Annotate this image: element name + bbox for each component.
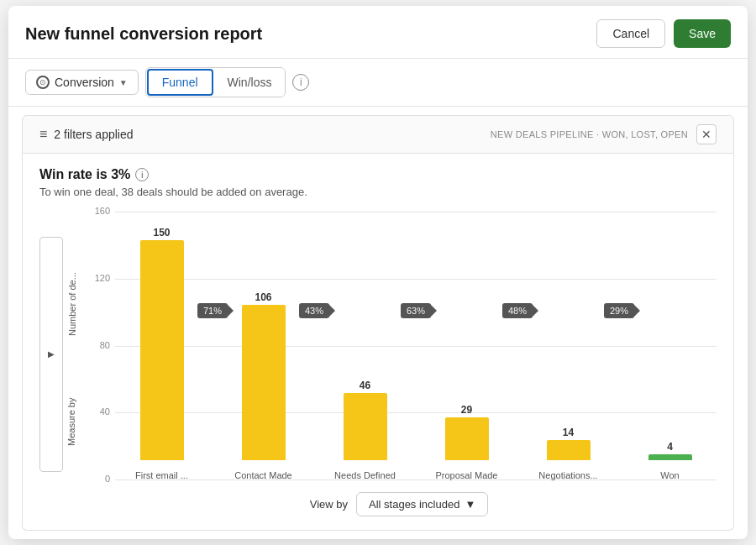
bar-wrapper-5: 14 — [530, 212, 606, 460]
conversion-badge-71: 71% — [197, 303, 228, 318]
x-label-2: Contact Made — [225, 470, 302, 480]
modal-title: New funnel conversion report — [25, 24, 262, 44]
win-rate-info-icon[interactable]: i — [135, 168, 149, 181]
view-by-chevron-icon: ▼ — [465, 498, 475, 511]
conversion-dropdown[interactable]: ⊙ Conversion ▼ — [25, 70, 139, 95]
view-by-dropdown[interactable]: All stages included ▼ — [356, 492, 488, 516]
bar-2 — [242, 305, 286, 461]
conversion-label: Conversion — [55, 76, 114, 89]
bar-wrapper-2: 106 — [225, 212, 302, 460]
bar-group-negotiations: 14 — [530, 212, 606, 460]
save-button[interactable]: Save — [674, 19, 731, 48]
measure-by-label: Measure by — [66, 388, 76, 455]
bar-group-needs-defined: 46 — [327, 212, 403, 460]
conversion-icon: ⊙ — [36, 76, 50, 89]
bar-wrapper-4: 29 — [428, 212, 505, 460]
view-by-label: View by — [310, 498, 348, 511]
bar-group-contact-made: 106 — [225, 212, 302, 460]
bar-wrapper-3: 46 — [327, 212, 403, 460]
tab-funnel[interactable]: Funnel — [147, 69, 213, 96]
bar-group-won: 4 — [632, 212, 708, 460]
x-axis-labels: First email ... Contact Made Needs Defin… — [115, 470, 717, 480]
modal-container: New funnel conversion report Cancel Save… — [8, 6, 748, 539]
header-buttons: Cancel Save — [596, 19, 731, 48]
win-rate-title: Win rate is 3% i — [39, 167, 717, 182]
x-label-6: Won — [632, 470, 708, 480]
chevron-down-icon: ▼ — [119, 78, 128, 87]
bars-container: 150 71% 106 — [115, 212, 717, 460]
badge-container-63: 63% — [403, 212, 428, 460]
bar-value-3: 46 — [360, 380, 370, 391]
bar-6 — [648, 454, 692, 460]
filter-applied-text: 2 filters applied — [54, 128, 133, 141]
badge-container-29: 29% — [606, 212, 632, 460]
bar-value-5: 14 — [563, 427, 574, 438]
bar-5 — [547, 440, 591, 461]
bar-value-6: 4 — [667, 441, 673, 453]
chart-footer: View by All stages included ▼ — [81, 480, 717, 521]
bar-wrapper-6: 4 — [632, 212, 708, 460]
x-label-1: First email ... — [123, 470, 200, 480]
tab-winloss[interactable]: Win/loss — [214, 68, 286, 97]
filter-left: ≡ 2 filters applied — [39, 127, 134, 142]
win-rate-subtitle: To win one deal, 38 deals should be adde… — [39, 186, 717, 198]
filter-bar: ≡ 2 filters applied NEW DEALS PIPELINE ·… — [22, 115, 734, 154]
view-by-value: All stages included — [369, 498, 459, 511]
conversion-badge-43: 43% — [299, 303, 329, 318]
bar-4 — [445, 417, 489, 460]
bar-value-2: 106 — [255, 291, 271, 303]
y-axis-label: Number of de... — [67, 220, 77, 388]
bar-3 — [344, 393, 387, 461]
bar-group-proposal-made: 29 — [428, 212, 505, 460]
cancel-button[interactable]: Cancel — [596, 19, 665, 48]
badge-container-71: 71% — [200, 212, 225, 460]
info-icon[interactable]: i — [292, 74, 309, 91]
chart-inner: 160 120 80 40 0 150 — [81, 212, 717, 521]
modal-header: New funnel conversion report Cancel Save — [8, 6, 748, 59]
conversion-badge-48: 48% — [502, 303, 533, 318]
bar-1 — [140, 240, 184, 461]
bar-group-first-email: 150 — [123, 212, 200, 460]
tab-group: Funnel Win/loss — [145, 67, 286, 97]
x-label-3: Needs Defined — [327, 470, 403, 480]
bar-value-1: 150 — [153, 227, 170, 238]
filter-pipeline-tag: NEW DEALS PIPELINE · WON, LOST, OPEN — [491, 129, 688, 139]
bar-wrapper-1: 150 — [123, 212, 200, 460]
filter-icon: ≡ — [39, 127, 47, 142]
badge-container-43: 43% — [302, 212, 327, 460]
x-label-4: Proposal Made — [428, 470, 505, 480]
sidebar-toggle[interactable]: ▶ — [39, 237, 63, 472]
conversion-badge-63: 63% — [401, 303, 431, 318]
conversion-badge-29: 29% — [604, 303, 634, 318]
bar-value-4: 29 — [461, 404, 472, 416]
chart-grid: 160 120 80 40 0 150 — [81, 212, 717, 480]
toolbar: ⊙ Conversion ▼ Funnel Win/loss i — [8, 59, 748, 107]
x-label-5: Negotiations... — [530, 470, 606, 480]
badge-container-48: 48% — [505, 212, 530, 460]
chart-area: Win rate is 3% i To win one deal, 38 dea… — [22, 154, 734, 531]
filter-close-button[interactable]: ✕ — [696, 124, 717, 144]
filter-right: NEW DEALS PIPELINE · WON, LOST, OPEN ✕ — [491, 124, 717, 144]
